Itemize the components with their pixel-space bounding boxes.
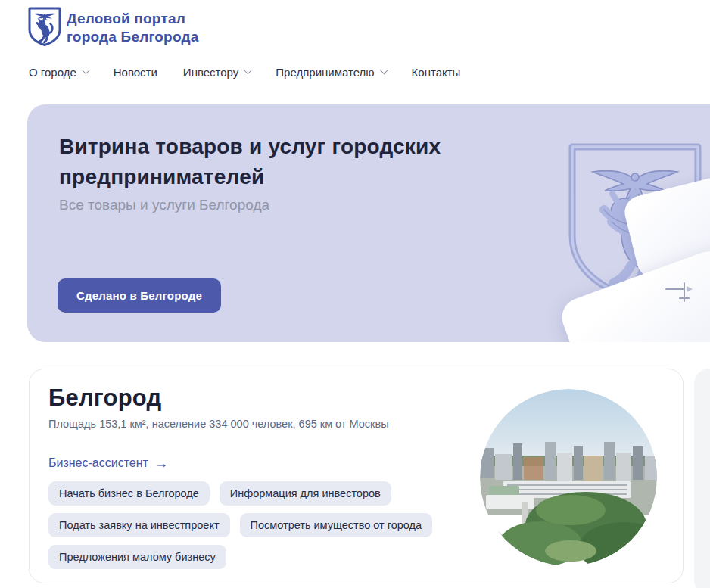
arrow-right-icon: → bbox=[154, 457, 168, 469]
city-stats: Площадь 153,1 км², население 334 000 чел… bbox=[48, 418, 389, 430]
business-assistant-label: Бизнес-ассистент bbox=[48, 456, 148, 470]
hero-banner: Витрина товаров и услуг городских предпр… bbox=[27, 104, 710, 342]
nav-item-predprinimatelyu[interactable]: Предпринимателю bbox=[276, 66, 385, 79]
nav-item-o-gorode[interactable]: О городе bbox=[29, 66, 88, 79]
portal-title-line2: города Белгорода bbox=[67, 28, 199, 46]
sewing-machine-detail-icon bbox=[662, 275, 696, 310]
quick-action-chips: Начать бизнес в Белгороде Информация для… bbox=[48, 481, 448, 569]
portal-title-line1: Деловой портал bbox=[67, 10, 199, 28]
nav-item-label: Инвестору bbox=[183, 66, 238, 79]
portal-title: Деловой портал города Белгорода bbox=[67, 10, 199, 46]
chip-city-property[interactable]: Посмотреть имущество от города bbox=[240, 513, 433, 537]
city-card: Белгород Площадь 153,1 км², население 33… bbox=[29, 369, 684, 583]
belgorod-coat-of-arms-icon[interactable] bbox=[27, 6, 62, 47]
main-nav: О городе Новости Инвестору Предпринимате… bbox=[29, 66, 460, 79]
city-title: Белгород bbox=[48, 384, 161, 412]
nav-item-label: Новости bbox=[114, 66, 157, 79]
nav-item-kontakty[interactable]: Контакты bbox=[412, 66, 461, 79]
chip-invest-project[interactable]: Подать заявку на инвестпроект bbox=[48, 513, 230, 537]
chevron-down-icon bbox=[244, 66, 252, 74]
nav-item-label: Контакты bbox=[412, 66, 461, 79]
chip-small-business-offers[interactable]: Предложения малому бизнесу bbox=[48, 545, 226, 569]
chevron-down-icon bbox=[379, 66, 388, 74]
chip-investor-info[interactable]: Информация для инвесторов bbox=[220, 481, 391, 506]
hero-subtitle: Все товары и услуги Белгорода bbox=[59, 197, 269, 213]
hero-title: Витрина товаров и услуг городских предпр… bbox=[59, 132, 506, 192]
nav-item-investoru[interactable]: Инвестору bbox=[183, 66, 250, 79]
chevron-down-icon bbox=[82, 66, 90, 74]
nav-item-novosti[interactable]: Новости bbox=[114, 66, 157, 79]
made-in-belgorod-button[interactable]: Сделано в Белгороде bbox=[58, 278, 221, 313]
chip-start-business[interactable]: Начать бизнес в Белгороде bbox=[48, 481, 210, 506]
next-card-edge[interactable] bbox=[694, 369, 710, 588]
business-portal-page: Деловой портал города Белгорода О городе… bbox=[0, 0, 710, 588]
belgorod-aerial-photo bbox=[480, 389, 657, 566]
business-assistant-link[interactable]: Бизнес-ассистент → bbox=[48, 456, 168, 470]
nav-item-label: Предпринимателю bbox=[276, 66, 374, 79]
nav-item-label: О городе bbox=[29, 66, 76, 79]
